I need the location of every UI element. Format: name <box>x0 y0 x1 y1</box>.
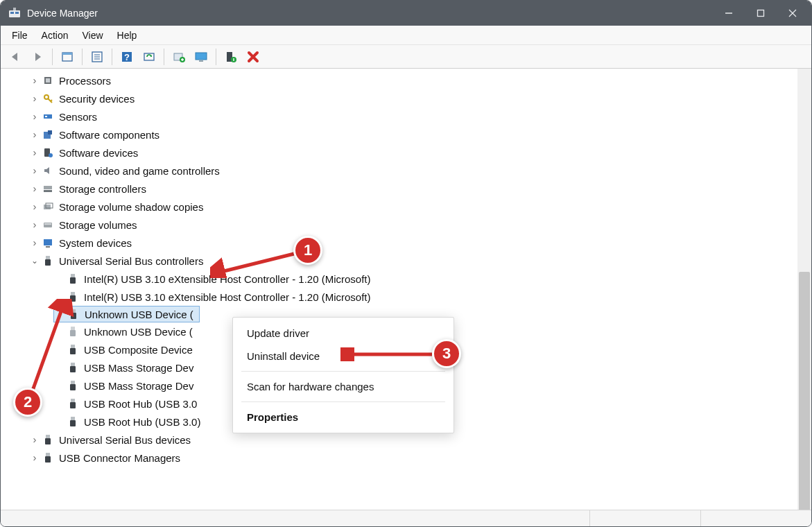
svg-rect-37 <box>44 223 51 225</box>
tree-node-usb-child[interactable]: Intel(R) USB 3.10 eXtensible Host Contro… <box>5 288 811 306</box>
forward-button[interactable] <box>27 47 48 67</box>
svg-point-31 <box>49 153 53 157</box>
monitor-button[interactable] <box>191 47 211 67</box>
svg-rect-59 <box>70 420 76 426</box>
context-menu: Update driver Uninstall device Scan for … <box>232 317 454 433</box>
tree-node-security[interactable]: Security devices <box>5 89 811 107</box>
help-button[interactable]: ? <box>116 47 137 67</box>
svg-rect-39 <box>46 246 50 248</box>
svg-rect-43 <box>70 277 76 284</box>
close-button[interactable] <box>777 1 809 26</box>
svg-rect-26 <box>44 114 52 119</box>
usb-icon <box>41 451 55 465</box>
menu-file[interactable]: File <box>5 26 35 44</box>
tree-node-sound[interactable]: Sound, video and game controllers <box>5 162 811 180</box>
tree-node-usb-controllers[interactable]: Universal Serial Bus controllers <box>5 252 811 270</box>
menu-action[interactable]: Action <box>35 26 76 44</box>
svg-rect-5 <box>758 10 764 17</box>
app-icon <box>8 6 21 20</box>
toolbar: ? <box>1 45 811 69</box>
usb-icon <box>66 397 80 411</box>
svg-rect-60 <box>46 435 50 438</box>
scrollbar-thumb[interactable] <box>799 272 810 510</box>
svg-rect-42 <box>71 274 75 277</box>
svg-rect-3 <box>13 8 16 10</box>
maximize-button[interactable] <box>745 1 777 26</box>
svg-rect-24 <box>46 78 50 83</box>
svg-rect-62 <box>46 453 50 456</box>
scan-hardware-button[interactable] <box>139 47 159 67</box>
svg-rect-58 <box>71 417 75 420</box>
annotation-arrow-3 <box>340 347 438 361</box>
usb-icon <box>66 415 80 429</box>
svg-rect-61 <box>45 438 51 444</box>
annotation-arrow-2 <box>28 299 77 396</box>
volume-icon <box>41 218 55 232</box>
tree-node-system-devices[interactable]: System devices <box>5 234 811 252</box>
menu-help[interactable]: Help <box>110 26 144 44</box>
svg-rect-27 <box>45 116 47 117</box>
svg-rect-20 <box>199 60 203 62</box>
tree-node-storage-controllers[interactable]: Storage controllers <box>5 180 811 198</box>
svg-line-65 <box>33 306 63 390</box>
speaker-icon <box>41 164 55 178</box>
window: Device Manager File Action View Help ? <box>0 0 812 527</box>
tree-node-sensors[interactable]: Sensors <box>5 107 811 126</box>
menu-view[interactable]: View <box>75 26 110 44</box>
svg-rect-2 <box>15 12 19 14</box>
context-separator <box>241 401 445 402</box>
svg-rect-44 <box>71 292 75 295</box>
tree-node-usb-connector-managers[interactable]: USB Connector Managers <box>5 449 811 467</box>
annotation-callout-2: 2 <box>13 388 42 417</box>
tree-node-processors[interactable]: Processors <box>5 71 811 89</box>
sensor-icon <box>41 110 55 123</box>
context-update-driver[interactable]: Update driver <box>233 322 453 345</box>
window-title: Device Manager <box>27 8 98 19</box>
svg-rect-9 <box>62 53 72 55</box>
tree-node-storage-volumes[interactable]: Storage volumes <box>5 216 811 234</box>
usb-icon <box>66 272 80 286</box>
context-properties[interactable]: Properties <box>233 406 453 429</box>
tree-node-usb-child[interactable]: Intel(R) USB 3.10 eXtensible Host Contro… <box>5 270 811 288</box>
svg-rect-40 <box>46 256 50 259</box>
svg-line-64 <box>218 253 297 273</box>
annotation-arrow-1 <box>210 250 300 278</box>
properties-button[interactable] <box>87 47 107 67</box>
enable-device-button[interactable] <box>221 47 241 67</box>
svg-rect-41 <box>45 259 51 266</box>
statusbar-cell <box>589 510 700 526</box>
svg-rect-1 <box>10 12 14 14</box>
context-separator <box>241 371 445 372</box>
back-button[interactable] <box>5 47 26 67</box>
shadow-copy-icon <box>41 200 55 214</box>
svg-rect-38 <box>44 239 52 245</box>
svg-rect-29 <box>48 130 52 135</box>
menubar: File Action View Help <box>1 26 811 45</box>
svg-rect-34 <box>44 205 51 209</box>
svg-rect-56 <box>71 399 75 402</box>
context-scan-hardware[interactable]: Scan for hardware changes <box>233 375 453 398</box>
storage-controller-icon <box>41 182 55 196</box>
usb-icon <box>41 433 55 447</box>
key-icon <box>41 92 55 105</box>
svg-text:?: ? <box>124 52 130 62</box>
show-hide-console-button[interactable] <box>57 47 78 67</box>
tree-node-software-components[interactable]: Software components <box>5 126 811 144</box>
tree-node-storage-shadow[interactable]: Storage volume shadow copies <box>5 198 811 216</box>
svg-rect-57 <box>70 402 76 408</box>
cpu-icon <box>41 74 55 87</box>
svg-rect-32 <box>44 186 52 189</box>
softdev-icon <box>41 146 55 159</box>
tree-node-software-devices[interactable]: Software devices <box>5 144 811 162</box>
content-area: Processors Security devices Sensors Soft… <box>1 69 811 510</box>
svg-rect-33 <box>44 190 52 192</box>
usb-icon <box>41 254 55 268</box>
update-driver-button[interactable] <box>169 47 189 67</box>
system-icon <box>41 236 55 250</box>
annotation-callout-3: 3 <box>432 339 461 368</box>
titlebar: Device Manager <box>1 1 811 26</box>
component-icon <box>41 128 55 141</box>
statusbar <box>1 510 811 526</box>
disable-device-button[interactable] <box>243 47 264 67</box>
minimize-button[interactable] <box>713 1 745 26</box>
